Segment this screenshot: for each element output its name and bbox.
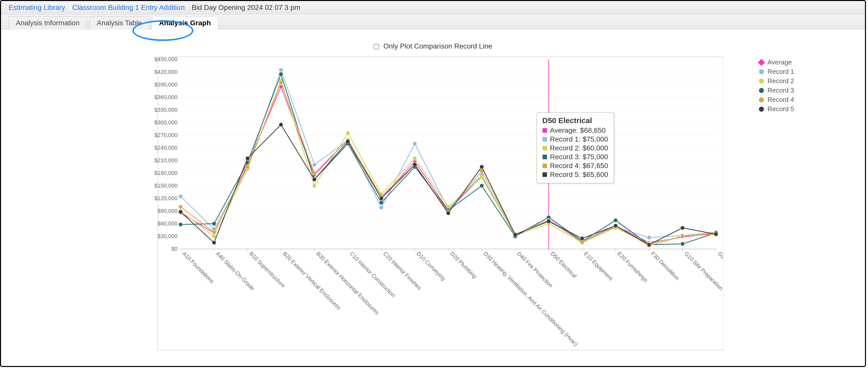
svg-point-116 [614,224,618,228]
legend-label: Record 3 [768,86,794,94]
chart-container: $0$30,000$60,000$90,000$120,000$150,000$… [143,54,723,352]
breadcrumb-link-library[interactable]: Estimating Library [8,3,65,11]
only-plot-comparison-label: Only Plot Comparison Record Line [383,42,492,50]
svg-point-118 [680,226,684,230]
legend-item-record3[interactable]: Record 3 [759,86,794,94]
legend-label: Record 1 [768,68,794,76]
svg-point-119 [714,232,718,236]
legend-item-record5[interactable]: Record 5 [759,105,794,113]
tab-analysis-graph[interactable]: Analysis Graph [152,16,218,30]
svg-point-86 [179,205,183,209]
svg-text:D50 Electrical: D50 Electrical [549,251,578,279]
svg-point-90 [312,171,316,175]
circle-icon [759,97,764,102]
svg-point-70 [212,222,216,226]
circle-icon [759,88,764,93]
svg-text:B30 Exterior Horizontal Enclos: B30 Exterior Horizontal Enclosures [315,251,380,316]
svg-text:$390,000: $390,000 [154,81,178,88]
svg-text:$60,000: $60,000 [157,220,178,227]
svg-point-78 [479,184,484,188]
svg-point-39 [312,163,316,167]
circle-icon [759,79,764,84]
svg-point-113 [513,232,517,236]
svg-text:$210,000: $210,000 [154,157,178,164]
circle-icon [759,69,764,74]
svg-point-105 [246,157,249,161]
svg-point-75 [379,201,383,205]
svg-point-101 [680,234,684,238]
tooltip-row-record4: Record 4: $67,650 [550,162,608,170]
svg-rect-0 [158,57,723,350]
svg-text:$270,000: $270,000 [154,132,178,138]
svg-text:$360,000: $360,000 [154,94,178,100]
svg-text:D20 Plumbing: D20 Plumbing [449,251,478,280]
svg-point-107 [312,177,316,181]
svg-text:$90,000: $90,000 [157,208,178,214]
tooltip-title: D50 Electrical [542,116,608,125]
legend-label: Record 4 [768,96,794,104]
svg-text:B10 Superstructure: B10 Superstructure [248,251,286,289]
svg-text:E20 Furnishings: E20 Furnishings [616,251,649,283]
svg-text:$240,000: $240,000 [154,145,178,151]
legend-item-average[interactable]: Average [759,58,794,66]
svg-point-112 [479,165,484,169]
tooltip-row-record2: Record 2: $60,000 [550,144,608,152]
legend-label: Average [768,58,792,66]
svg-text:$0: $0 [171,246,177,252]
svg-point-69 [179,222,183,226]
legend-label: Record 2 [768,77,794,85]
svg-text:G10 Site Preparation: G10 Site Preparation [683,251,723,292]
svg-point-114 [547,219,551,223]
svg-point-98 [580,240,584,244]
svg-text:C20 Interior Finishes: C20 Interior Finishes [382,251,423,291]
svg-text:D40 Fire Protection: D40 Fire Protection [516,251,554,289]
svg-point-42 [413,142,417,146]
svg-point-88 [246,165,249,169]
breadcrumb-current: Bid Day Opening 2024 02 07 3 pm [192,3,300,11]
svg-point-111 [446,211,450,215]
svg-point-49 [647,235,651,239]
plot-option-row: Only Plot Comparison Record Line [8,42,858,50]
svg-point-61 [479,175,484,179]
app-frame: Estimating Library Classroom Building 1 … [0,0,866,367]
svg-text:B20 Exterior Vertical Enclosur: B20 Exterior Vertical Enclosures [281,251,342,311]
svg-point-53 [212,234,216,238]
svg-text:$300,000: $300,000 [154,119,178,125]
legend-label: Record 5 [768,105,794,113]
svg-point-72 [279,72,283,76]
legend-item-record2[interactable]: Record 2 [759,77,794,85]
analysis-line-chart[interactable]: $0$30,000$60,000$90,000$120,000$150,000$… [143,54,723,352]
svg-point-89 [279,81,283,85]
svg-text:A10 Foundations: A10 Foundations [181,251,215,285]
legend-item-record1[interactable]: Record 1 [759,68,794,76]
svg-point-57 [346,131,350,135]
only-plot-comparison-checkbox[interactable] [374,44,379,49]
legend-item-record4[interactable]: Record 4 [759,96,794,104]
svg-point-103 [179,210,183,214]
svg-point-41 [379,206,383,210]
tooltip-row-average: Average: $68,650 [550,126,606,135]
svg-point-117 [647,243,651,247]
svg-text:$330,000: $330,000 [154,107,178,113]
svg-point-110 [413,163,417,167]
svg-text:F30 Demolition: F30 Demolition [650,251,680,281]
svg-point-35 [179,194,183,198]
svg-point-38 [279,68,283,72]
svg-point-115 [580,236,584,240]
svg-point-82 [614,218,618,222]
svg-point-59 [413,157,417,161]
tooltip-row-record3: Record 3: $75,000 [550,153,608,161]
svg-text:$120,000: $120,000 [154,195,178,201]
svg-point-56 [312,184,316,188]
svg-text:E10 Equipment: E10 Equipment [583,251,614,282]
svg-point-108 [346,140,350,144]
tab-analysis-table[interactable]: Analysis Table [89,16,149,30]
tab-analysis-information[interactable]: Analysis Information [8,16,87,30]
tab-row: Analysis Information Analysis Table Anal… [1,15,865,30]
chart-legend: Average Record 1 Record 2 Record 3 Recor… [759,57,794,114]
breadcrumb-link-project[interactable]: Classroom Building 1 Entry Addition [72,3,185,11]
svg-text:$180,000: $180,000 [154,170,178,176]
svg-point-87 [212,230,216,234]
svg-point-109 [379,196,383,200]
chart-tooltip: D50 Electrical Average: $68,650 Record 1… [537,112,614,183]
